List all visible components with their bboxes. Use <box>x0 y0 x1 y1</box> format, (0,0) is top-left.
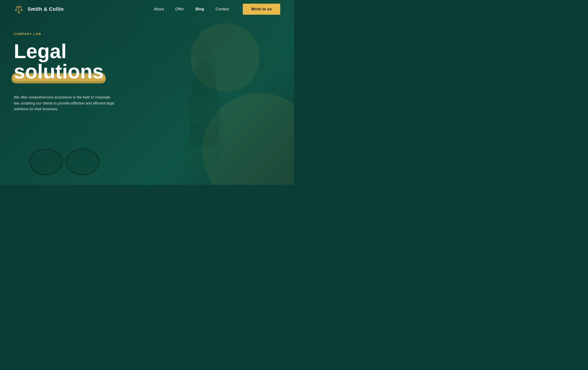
nav-link-about[interactable]: About <box>154 7 164 11</box>
category-label: COMPANY LAW <box>14 32 117 36</box>
svg-point-12 <box>177 39 186 43</box>
hero-title-line1: Legal <box>14 41 117 61</box>
page-wrapper: Smith & Collin About Offer Blog Contact … <box>0 0 294 185</box>
svg-line-27 <box>21 7 21 9</box>
svg-line-26 <box>16 9 17 10</box>
logo-icon <box>14 4 24 14</box>
nav-link-blog[interactable]: Blog <box>195 7 204 11</box>
svg-point-19 <box>68 151 97 173</box>
hero-content: COMPANY LAW Legal solutions We offer com… <box>14 32 117 112</box>
svg-rect-0 <box>188 152 220 168</box>
svg-rect-5 <box>197 46 199 51</box>
svg-point-17 <box>32 151 60 173</box>
logo-area[interactable]: Smith & Collin <box>14 4 64 14</box>
nav-link-offer[interactable]: Offer <box>175 7 184 11</box>
hero-title-line2: solutions <box>14 61 104 82</box>
svg-rect-7 <box>210 46 212 51</box>
hero-title: Legal solutions <box>14 41 117 86</box>
nav-links: About Offer Blog Contact <box>154 7 229 11</box>
svg-line-29 <box>21 9 22 10</box>
svg-line-25 <box>15 9 16 10</box>
glasses-silhouette <box>28 144 101 180</box>
navbar: Smith & Collin About Offer Blog Contact … <box>0 0 294 18</box>
nav-link-contact[interactable]: Contact <box>216 7 229 11</box>
svg-line-24 <box>16 7 17 9</box>
write-to-us-button[interactable]: Write to us <box>243 4 280 15</box>
hero-description: We offer comprehensive assistance in the… <box>14 95 117 112</box>
brand-name: Smith & Collin <box>28 6 64 12</box>
statue-silhouette <box>161 9 248 170</box>
svg-point-13 <box>196 38 204 42</box>
svg-line-10 <box>181 32 191 39</box>
svg-line-28 <box>21 9 21 10</box>
svg-rect-6 <box>203 42 204 48</box>
